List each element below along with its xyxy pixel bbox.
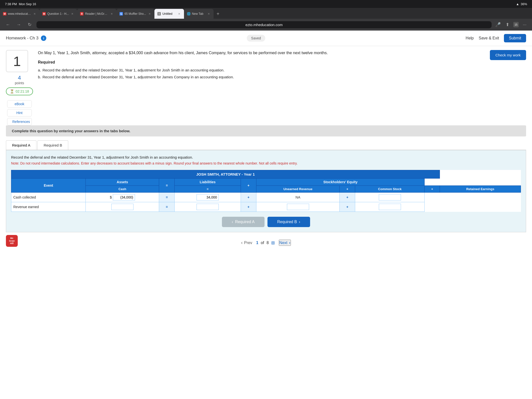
tab-2-close[interactable]: ✕ xyxy=(70,12,74,16)
common-stock-earned-input[interactable] xyxy=(287,204,309,210)
tab-1-close[interactable]: ✕ xyxy=(33,12,36,16)
tab-4-close[interactable]: ✕ xyxy=(148,12,151,16)
next-page-label: Next xyxy=(279,241,287,245)
new-tab-button[interactable]: + xyxy=(214,9,222,19)
save-exit-link[interactable]: Save & Exit xyxy=(479,36,499,40)
grid-icon[interactable]: ⊞ xyxy=(271,240,275,246)
next-page-arrow: › xyxy=(289,240,290,245)
answer-note: Note: Do not round intermediate calculat… xyxy=(11,161,521,166)
cash-collected-input[interactable] xyxy=(113,194,135,200)
next-required-b-button[interactable]: Required B › xyxy=(267,217,310,227)
plus-operator-3: + xyxy=(241,202,256,212)
page-footer: Mc Graw Hill ‹ Prev 1 of 8 ⊞ Next › xyxy=(0,235,532,251)
tab-1-favicon: M xyxy=(3,12,6,16)
question-text: On May 1, Year 1, Josh Smith, attorney, … xyxy=(38,50,485,80)
address-bar: ← → ↻ 🎤 ⬆ 15 ··· xyxy=(0,19,532,31)
col-plus1: + xyxy=(241,179,256,193)
retained-collected-input[interactable] xyxy=(379,194,401,200)
tab-1-label: www.mheducati... xyxy=(8,12,31,16)
browser-tabs-bar: M www.mheducati... ✕ M Question 1 - H...… xyxy=(0,8,532,19)
tab-required-a[interactable]: Required A xyxy=(6,140,36,150)
browser-tab-5[interactable]: I Untitled ✕ xyxy=(154,9,184,19)
next-required-b-label: Required B xyxy=(277,220,297,224)
tab-6-label: New Tab xyxy=(192,12,205,16)
common-stock-collected-cell: NA xyxy=(256,193,340,202)
prev-page-button[interactable]: ‹ Prev xyxy=(241,240,252,245)
ebook-link[interactable]: eBook xyxy=(7,100,32,108)
unearned-collected-cell xyxy=(175,193,241,202)
mcgraw-hill-logo: Mc Graw Hill xyxy=(6,235,18,247)
main-content: 1 4 points ⏳ 02:21:18 eBook Hint Referen… xyxy=(0,46,532,251)
tab-required-b[interactable]: Required B xyxy=(37,140,68,150)
tab-6-close[interactable]: ✕ xyxy=(207,12,211,16)
cash-earned-input[interactable] xyxy=(111,204,133,210)
points-label: points xyxy=(15,81,24,85)
retained-earned-cell xyxy=(355,202,425,212)
submit-button[interactable]: Submit xyxy=(504,34,526,42)
check-my-work-button[interactable]: Check my work xyxy=(490,50,526,60)
required-heading: Required xyxy=(38,59,485,65)
tab-5-label: Untitled xyxy=(162,12,176,16)
col-eq2: = xyxy=(175,186,241,193)
question-paragraph: On May 1, Year 1, Josh Smith, attorney, … xyxy=(38,50,485,56)
tab-5-close[interactable]: ✕ xyxy=(177,12,181,16)
help-link[interactable]: Help xyxy=(466,36,474,40)
plus-operator-2: + xyxy=(340,193,355,202)
cash-earned-cell xyxy=(86,202,159,212)
microphone-icon[interactable]: 🎤 xyxy=(495,21,501,28)
info-icon[interactable]: i xyxy=(41,35,46,41)
answer-section: Record the deferral and the related Dece… xyxy=(6,150,526,232)
complete-banner: Complete this question by entering your … xyxy=(6,125,526,136)
unearned-earned-input[interactable] xyxy=(197,204,219,210)
browser-tab-6[interactable]: 🌐 New Tab ✕ xyxy=(184,9,214,19)
retained-earned-input[interactable] xyxy=(379,204,401,210)
footer-navigation: ‹ Prev 1 of 8 ⊞ Next › xyxy=(241,240,291,246)
prev-required-a-button[interactable]: ‹ Required A xyxy=(222,217,265,227)
of-label: of xyxy=(261,241,264,245)
col-stockholders-equity: Stockholders' Equity xyxy=(256,179,425,186)
eq-operator-2: = xyxy=(159,202,175,212)
plus-operator-1: + xyxy=(241,193,256,202)
table-row-cash-collected: Cash collected $ = + NA + xyxy=(11,193,521,202)
col-common-stock: Common Stock xyxy=(355,186,425,193)
item-b-text: Record the deferral and the related Dece… xyxy=(43,74,234,80)
col-plus2: + xyxy=(340,186,355,193)
browser-tab-3[interactable]: R Reader | McGra... ✕ xyxy=(77,9,116,19)
prev-page-arrow: ‹ xyxy=(241,240,243,245)
table-title: JOSH SMITH, ATTORNEY - Year 1 xyxy=(11,170,440,179)
tab-2-label: Question 1 - H... xyxy=(47,12,69,16)
hint-link[interactable]: Hint xyxy=(7,109,32,116)
unearned-collected-input[interactable] xyxy=(197,194,219,200)
timer-icon: ⏳ xyxy=(10,89,14,93)
next-page-button[interactable]: Next › xyxy=(279,240,291,246)
answer-instruction: Record the deferral and the related Dece… xyxy=(11,155,521,159)
col-retained-earnings: Retained Earnings xyxy=(440,186,521,193)
forward-button[interactable]: → xyxy=(15,21,23,29)
question-item-b: b. Record the deferral and the related D… xyxy=(38,74,485,80)
address-input[interactable] xyxy=(36,21,492,28)
question-area: 1 4 points ⏳ 02:21:18 eBook Hint Referen… xyxy=(0,46,532,125)
common-stock-earned-cell xyxy=(256,202,340,212)
browser-tab-2[interactable]: M Question 1 - H... ✕ xyxy=(39,9,77,19)
refresh-button[interactable]: ↻ xyxy=(26,21,33,29)
browser-tab-4[interactable]: G 65 Muffler Sho... ✕ xyxy=(116,9,154,19)
browser-tab-1[interactable]: M www.mheducati... ✕ xyxy=(0,9,39,19)
references-link[interactable]: References xyxy=(7,118,32,125)
total-pages: 8 xyxy=(266,241,269,245)
col-unearned: Unearned Revenue xyxy=(256,186,340,193)
unearned-earned-cell xyxy=(175,202,241,212)
more-options-icon[interactable]: ··· xyxy=(521,21,528,28)
page-info: 1 of 8 ⊞ xyxy=(256,240,275,246)
back-button[interactable]: ← xyxy=(4,21,12,29)
timer-badge: ⏳ 02:21:18 xyxy=(6,87,33,95)
status-bar: 7:38 PM Mon Sep 16 ▲ 36% xyxy=(0,0,532,8)
tab-3-close[interactable]: ✕ xyxy=(110,12,114,16)
question-number: 1 xyxy=(13,53,21,69)
item-b-label: b. xyxy=(38,74,41,80)
col-assets: Assets xyxy=(86,179,159,186)
prev-arrow-icon: ‹ xyxy=(232,220,233,224)
share-icon[interactable]: ⬆ xyxy=(504,21,511,28)
page-header: Homework - Ch 3 i Saved Help Save & Exit… xyxy=(0,31,532,46)
tab-2-favicon: M xyxy=(42,12,46,16)
tab-4-favicon: G xyxy=(119,12,123,16)
